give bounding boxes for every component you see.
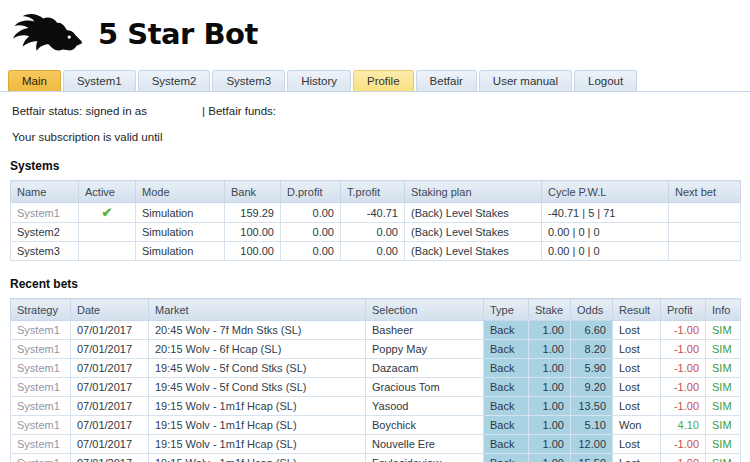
system-dprofit: 0.00 <box>281 203 341 223</box>
system-tprofit: 0.00 <box>341 223 405 242</box>
bet-type: Back <box>484 378 529 397</box>
bet-row[interactable]: System1 07/01/2017 19:45 Wolv - 5f Cond … <box>11 378 741 397</box>
check-icon: ✔ <box>79 203 136 223</box>
bet-info[interactable]: SIM <box>706 454 741 462</box>
bet-result: Lost <box>613 321 661 340</box>
bet-stake: 1.00 <box>529 359 571 378</box>
bet-market: 19:15 Wolv - 1m1f Hcap (SL) <box>149 454 366 462</box>
bet-stake: 1.00 <box>529 454 571 462</box>
bet-profit: -1.00 <box>661 359 706 378</box>
bet-row[interactable]: System1 07/01/2017 19:45 Wolv - 5f Cond … <box>11 359 741 378</box>
bet-date: 07/01/2017 <box>71 378 149 397</box>
bet-stake: 1.00 <box>529 397 571 416</box>
bet-result: Lost <box>613 397 661 416</box>
bet-odds: 9.20 <box>571 378 613 397</box>
bet-info[interactable]: SIM <box>706 321 741 340</box>
bet-stake: 1.00 <box>529 340 571 359</box>
recent-bets-heading: Recent bets <box>10 277 750 291</box>
bet-type: Back <box>484 397 529 416</box>
bet-type: Back <box>484 416 529 435</box>
system-cycle-pwl: 0.00 | 0 | 0 <box>542 242 669 261</box>
bet-profit: -1.00 <box>661 454 706 462</box>
subscription-text: Your subscription is valid until <box>12 131 750 143</box>
system-name[interactable]: System3 <box>11 242 79 261</box>
bet-date: 07/01/2017 <box>71 359 149 378</box>
bet-type: Back <box>484 321 529 340</box>
tab-betfair[interactable]: Betfair <box>416 70 477 91</box>
systems-header-row: Name Active Mode Bank D.profit T.profit … <box>11 181 741 203</box>
system-row[interactable]: System2 Simulation 100.00 0.00 0.00 (Bac… <box>11 223 741 242</box>
bet-selection: Poppy May <box>366 340 484 359</box>
bet-market: 19:15 Wolv - 1m1f Hcap (SL) <box>149 435 366 454</box>
bet-odds: 5.10 <box>571 416 613 435</box>
check-icon <box>79 223 136 242</box>
bet-market: 19:45 Wolv - 5f Cond Stks (SL) <box>149 378 366 397</box>
bet-date: 07/01/2017 <box>71 435 149 454</box>
bet-info[interactable]: SIM <box>706 416 741 435</box>
bet-info[interactable]: SIM <box>706 378 741 397</box>
bet-odds: 8.20 <box>571 340 613 359</box>
col-market: Market <box>149 299 366 321</box>
bet-type: Back <box>484 454 529 462</box>
bet-odds: 6.60 <box>571 321 613 340</box>
bet-row[interactable]: System1 07/01/2017 20:45 Wolv - 7f Mdn S… <box>11 321 741 340</box>
bet-row[interactable]: System1 07/01/2017 19:15 Wolv - 1m1f Hca… <box>11 397 741 416</box>
system-bank: 100.00 <box>225 223 281 242</box>
horse-head-icon <box>10 10 84 58</box>
recent-bets-table: Strategy Date Market Selection Type Stak… <box>10 298 741 462</box>
system-next-bet <box>669 203 741 223</box>
system-name[interactable]: System1 <box>11 203 79 223</box>
tab-main[interactable]: Main <box>8 70 61 91</box>
system-staking-plan: (Back) Level Stakes <box>405 203 542 223</box>
bet-row[interactable]: System1 07/01/2017 20:15 Wolv - 6f Hcap … <box>11 340 741 359</box>
bet-selection: Basheer <box>366 321 484 340</box>
bet-odds: 12.00 <box>571 435 613 454</box>
bet-odds: 13.50 <box>571 397 613 416</box>
col-result: Result <box>613 299 661 321</box>
col-selection: Selection <box>366 299 484 321</box>
bet-info[interactable]: SIM <box>706 340 741 359</box>
tab-system2[interactable]: System2 <box>138 70 211 91</box>
bet-profit: -1.00 <box>661 378 706 397</box>
system-cycle-pwl: 0.00 | 0 | 0 <box>542 223 669 242</box>
system-mode: Simulation <box>136 242 225 261</box>
bet-info[interactable]: SIM <box>706 397 741 416</box>
system-row[interactable]: System3 Simulation 100.00 0.00 0.00 (Bac… <box>11 242 741 261</box>
bet-market: 20:45 Wolv - 7f Mdn Stks (SL) <box>149 321 366 340</box>
tab-user-manual[interactable]: User manual <box>479 70 572 91</box>
system-name[interactable]: System2 <box>11 223 79 242</box>
col-date: Date <box>71 299 149 321</box>
tab-system1[interactable]: System1 <box>63 70 136 91</box>
system-dprofit: 0.00 <box>281 223 341 242</box>
betfair-status-text: Betfair status: signed in as <box>12 105 147 117</box>
bet-odds: 5.90 <box>571 359 613 378</box>
system-tprofit: 0.00 <box>341 242 405 261</box>
bet-strategy: System1 <box>11 340 71 359</box>
system-dprofit: 0.00 <box>281 242 341 261</box>
bet-market: 19:15 Wolv - 1m1f Hcap (SL) <box>149 416 366 435</box>
bet-selection: Boychick <box>366 416 484 435</box>
system-row[interactable]: System1 ✔ Simulation 159.29 0.00 -40.71 … <box>11 203 741 223</box>
system-staking-plan: (Back) Level Stakes <box>405 223 542 242</box>
system-next-bet <box>669 223 741 242</box>
col-tprofit: T.profit <box>341 181 405 203</box>
bet-row[interactable]: System1 07/01/2017 19:15 Wolv - 1m1f Hca… <box>11 416 741 435</box>
bet-row[interactable]: System1 07/01/2017 19:15 Wolv - 1m1f Hca… <box>11 435 741 454</box>
bet-profit: 4.10 <box>661 416 706 435</box>
bet-selection: Nouvelle Ere <box>366 435 484 454</box>
tab-history[interactable]: History <box>287 70 351 91</box>
bet-selection: Foylesideview <box>366 454 484 462</box>
col-profit: Profit <box>661 299 706 321</box>
col-mode: Mode <box>136 181 225 203</box>
betfair-status-line: Betfair status: signed in as | Betfair f… <box>12 105 750 117</box>
bet-selection: Dazacam <box>366 359 484 378</box>
col-type: Type <box>484 299 529 321</box>
tab-system3[interactable]: System3 <box>212 70 285 91</box>
tab-profile[interactable]: Profile <box>353 70 414 91</box>
bet-strategy: System1 <box>11 454 71 462</box>
bet-profit: -1.00 <box>661 321 706 340</box>
bet-info[interactable]: SIM <box>706 435 741 454</box>
tab-logout[interactable]: Logout <box>574 70 637 91</box>
bet-row[interactable]: System1 07/01/2017 19:15 Wolv - 1m1f Hca… <box>11 454 741 462</box>
bet-info[interactable]: SIM <box>706 359 741 378</box>
